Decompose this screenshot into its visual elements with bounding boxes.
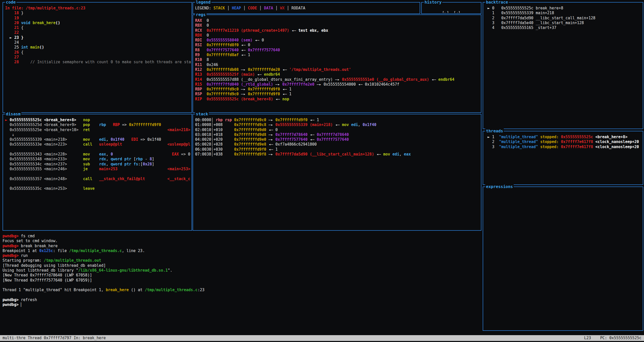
console-line xyxy=(3,283,480,288)
status-right: L23 PC: 0x55555555525c xyxy=(584,335,641,341)
code-line: ► 23 } xyxy=(5,35,191,40)
history-forward-button[interactable]: [→] xyxy=(453,11,460,13)
code-panel: code In file: /tmp/multiple_threads.c:23… xyxy=(3,2,192,113)
disasm-row-right-annotation: <main+253> xyxy=(167,167,190,172)
stack-row: 06:0030│+030 0x7fffffffd9f0 ◂— 1 xyxy=(195,147,480,152)
expressions-panel: expressions xyxy=(483,186,643,331)
disasm-row: 0x55555555525e <break_here+10> ret<main+… xyxy=(5,128,191,132)
stack-row: 00:0000│ rbp rsp 0x7fffffffd9c0 —▸ 0x7ff… xyxy=(195,118,480,122)
threads-panel-title: threads xyxy=(485,129,504,134)
regs-panel-title: regs xyxy=(195,12,207,17)
register-row: RAX 0 xyxy=(195,18,480,23)
code-line: 18 } xyxy=(5,11,191,15)
history-buttons: [←] [→] xyxy=(424,6,480,13)
history-back-button[interactable]: [←] xyxy=(442,11,449,13)
stack-panel: stack 00:0000│ rbp rsp 0x7fffffffd9c0 —▸… xyxy=(193,114,481,231)
stack-row: 05:0028│+028 0x7fffffffd9e8 ◂— 0xf7a4866… xyxy=(195,142,480,147)
code-line: In file: /tmp/multiple_threads.c:23 xyxy=(5,6,191,11)
register-row: RSI 0x7fffffffd8f0 ◂— 0 xyxy=(195,43,480,48)
console-line: [Thread debugging using libthread_db ena… xyxy=(3,263,480,268)
disasm-row: 0x555555555348 <main+233> mov rdx, qword… xyxy=(5,157,191,162)
thread-row: 2 "multiple_thread" stopped: 0x7ffff7e61… xyxy=(485,139,642,144)
disasm-row: 0x555555555355 <main+246> je main+253<ma… xyxy=(5,167,191,172)
disasm-row-right-annotation: EAX => 0 xyxy=(172,152,190,157)
code-line: 22 xyxy=(5,30,191,35)
regs-lines: RAX 0RBX 0RCX 0x7ffff7e11219 (pthread_cr… xyxy=(195,18,480,112)
disasm-row-right-annotation: <__stack_c xyxy=(167,177,190,181)
disasm-row: ► 0x55555555525c <break_here+8> nop xyxy=(5,118,191,122)
disasm-row-right-annotation: <main+218> xyxy=(167,128,190,132)
register-row: R12 0x7fffffffdb08 —▸ 0x7fffffffde20 ◂— … xyxy=(195,67,480,72)
disasm-row xyxy=(5,147,191,152)
console-line: Breakpoint 1 at 0x125c: file /tmp/multip… xyxy=(3,248,480,253)
console-line: pwndbg> ▏ xyxy=(3,302,480,307)
register-row: RBP 0x7fffffffd9c0 —▸ 0x7fffffffd9f0 ◂— … xyxy=(195,87,480,92)
thread-row: ► 1 "multiple_thread" stopped: 0x5555555… xyxy=(485,135,642,139)
stack-lines: 00:0000│ rbp rsp 0x7fffffffd9c0 —▸ 0x7ff… xyxy=(195,118,480,230)
register-row: RDX 0 xyxy=(195,33,480,38)
disasm-panel: disasm ► 0x55555555525c <break_here+8> n… xyxy=(3,114,192,231)
backtrace-frame-row: 1 0x555555555339 main+218 xyxy=(485,11,642,15)
code-line: 21 { xyxy=(5,25,191,30)
code-panel-title: code xyxy=(5,0,17,5)
disasm-row: 0x555555555357 <main+248> call __stack_c… xyxy=(5,177,191,181)
register-row: R13 0x55555555525f (main) ◂— endbr64 xyxy=(195,72,480,77)
disasm-panel-title: disasm xyxy=(5,112,21,117)
legend-panel: legend LEGEND: STACK │ HEAP │ CODE │ DAT… xyxy=(193,2,420,14)
console-line: pwndbg> break break_here xyxy=(3,244,480,248)
disasm-row: 0x55555555525d <break_here+9> pop rbp RB… xyxy=(5,122,191,127)
disasm-row: 0x555555555343 <main+228> mov eax, 0EAX … xyxy=(5,152,191,157)
console-line xyxy=(3,293,480,298)
register-row: RDI 0x555555558040 (sem) ◂— 0 xyxy=(195,38,480,43)
code-line: 27 xyxy=(5,55,191,60)
stack-row: 04:0020│+020 0x7fffffffd9e0 —▸ 0x7ffff75… xyxy=(195,137,480,142)
code-line: 20 void break_here() xyxy=(5,21,191,25)
code-line: 24 xyxy=(5,40,191,45)
history-button-gap xyxy=(449,11,453,13)
code-line: 26 { xyxy=(5,50,191,55)
stack-row: 07:0038│+038 0x7fffffffd9f8 —▸ 0x7ffff7d… xyxy=(195,152,480,157)
code-line: 19 xyxy=(5,16,191,21)
console-line: Using host libthread_db library "/lib/x8… xyxy=(3,268,480,273)
stack-row: 01:0008│+008 0x7fffffffd9c8 —▸ 0x5555555… xyxy=(195,122,480,127)
console-line: Focus set to cmd window. xyxy=(3,239,480,243)
register-row: RIP 0x55555555525c (break_here+8) ◂— nop xyxy=(195,97,480,102)
pwndbg-tui: code In file: /tmp/multiple_threads.c:23… xyxy=(0,0,644,342)
history-panel-title: history xyxy=(424,0,442,5)
register-row: RSP 0x7fffffffd9c0 —▸ 0x7fffffffd9f0 ◂— … xyxy=(195,92,480,97)
register-row: RBX 0 xyxy=(195,23,480,28)
disasm-row xyxy=(5,172,191,176)
console-line: Thread 1 "multiple_thread" hit Breakpoin… xyxy=(3,288,480,292)
disasm-row xyxy=(5,181,191,186)
stack-row: 02:0010│+010 0x7fffffffd9d0 ◂— 0 xyxy=(195,128,480,132)
backtrace-frame-row: 2 0x7ffff7da5d90 __libc_start_call_main+… xyxy=(485,16,642,21)
console-lines: pwndbg> fs cmdFocus set to cmd window.pw… xyxy=(3,234,480,307)
disasm-row: ↓ xyxy=(5,132,191,137)
status-left: multi-thre Thread 0x7ffff7d797 In: break… xyxy=(3,335,106,341)
register-row: RCX 0x7ffff7e11219 (pthread_create+1497)… xyxy=(195,28,480,33)
register-row: R15 0x7ffff7ffd040 (_rtld_global) —▸ 0x7… xyxy=(195,82,480,87)
stack-panel-title: stack xyxy=(195,112,209,117)
register-row: R11 0x246 xyxy=(195,63,480,67)
console-line: [New Thread 0x7ffff7577640 (LWP 67059)] xyxy=(3,278,480,283)
expressions-lines xyxy=(485,190,642,330)
console-line: Starting program: /tmp/multiple_threads.… xyxy=(3,258,480,263)
register-row: R10 8 xyxy=(195,57,480,62)
code-line: 25 int main() xyxy=(5,45,191,50)
disasm-row: 0x55555555533e <main+223> call usleep@pl… xyxy=(5,142,191,147)
disasm-row: 0x55555555534c <main+237> sub rdx, qword… xyxy=(5,162,191,167)
register-row: R8 0x7ffff7577640 ◂— 0x7ffff7577640 xyxy=(195,48,480,53)
legend-line: LEGEND: STACK │ HEAP │ CODE │ DATA │ WX … xyxy=(195,6,419,11)
backtrace-frame-row: 4 0x555555555165 _start+37 xyxy=(485,25,642,30)
disasm-row-right-annotation: <usleep@pl xyxy=(167,142,190,147)
legend-line: LEGEND: STACK │ HEAP │ CODE │ DATA │ WX … xyxy=(195,6,419,13)
regs-panel: regs RAX 0RBX 0RCX 0x7ffff7e11219 (pthre… xyxy=(193,14,481,113)
console[interactable]: pwndbg> fs cmdFocus set to cmd window.pw… xyxy=(3,234,480,334)
backtrace-panel: backtrace ► 0 0x55555555525c break_here+… xyxy=(483,2,643,129)
code-line: 28 // Initialize semaphore with count 0 … xyxy=(5,60,191,65)
stack-row: 03:0018│+018 0x7fffffffd9d8 —▸ 0x7ffff7d… xyxy=(195,132,480,137)
history-panel: history [←] [→] xyxy=(421,2,481,14)
backtrace-lines: ► 0 0x55555555525c break_here+8 1 0x5555… xyxy=(485,6,642,128)
status-bar: multi-thre Thread 0x7ffff7d797 In: break… xyxy=(0,335,644,341)
disasm-lines: ► 0x55555555525c <break_here+8> nop 0x55… xyxy=(5,118,191,230)
